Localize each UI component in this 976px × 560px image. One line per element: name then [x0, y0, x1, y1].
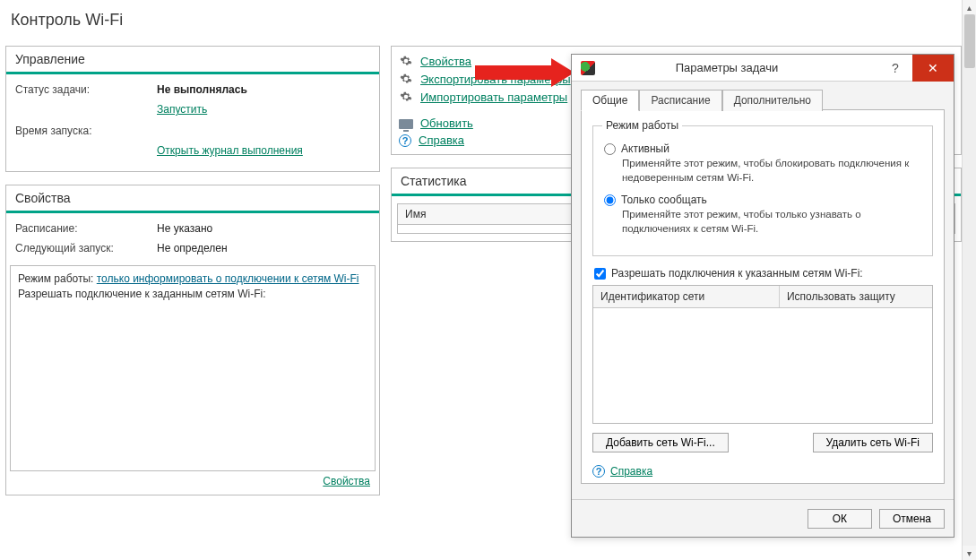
page-scrollbar[interactable]: ▴ ▾ [962, 0, 976, 560]
dialog-help-link[interactable]: Справка [610, 465, 652, 478]
allow-check-label: Разрешать подключения к указанным сетям … [611, 267, 863, 280]
radio-report-label: Только сообщать [621, 194, 707, 206]
status-label: Статус задачи: [15, 83, 157, 96]
allow-checkbox[interactable] [594, 268, 606, 280]
schedule-label: Расписание: [15, 222, 157, 235]
monitor-icon [399, 119, 413, 129]
dialog-footer: ОК Отмена [572, 499, 954, 537]
page-title: Контроль Wi-Fi [11, 11, 971, 30]
mode-prefix: Режим работы: [18, 272, 97, 285]
grid-col-ssid: Идентификатор сети [593, 286, 780, 307]
tab-general[interactable]: Общие [581, 90, 639, 111]
mode-legend: Режим работы [602, 119, 682, 132]
schedule-value: Не указано [157, 222, 212, 235]
radio-active[interactable] [604, 143, 616, 155]
action-export[interactable]: Экспортировать параметры [420, 73, 571, 86]
management-panel: Управление Статус задачи: Не выполнялась… [5, 46, 380, 172]
help-icon: ? [399, 134, 411, 147]
ok-button[interactable]: ОК [808, 509, 872, 529]
dialog-title: Параметры задачи [572, 61, 882, 74]
gear-icon [399, 72, 413, 86]
dialog-close-button[interactable]: ✕ [912, 55, 954, 82]
add-wifi-button[interactable]: Добавить сеть Wi-Fi... [592, 433, 729, 452]
properties-header: Свойства [6, 185, 379, 213]
tab-schedule[interactable]: Расписание [639, 90, 721, 111]
dialog-titlebar: Параметры задачи ? ✕ [572, 55, 954, 82]
properties-link[interactable]: Свойства [323, 475, 370, 487]
tab-advanced[interactable]: Дополнительно [722, 90, 823, 111]
status-value: Не выполнялась [157, 83, 247, 96]
delete-wifi-button[interactable]: Удалить сеть Wi-Fi [813, 433, 934, 452]
gear-icon [399, 54, 413, 68]
help-icon: ? [592, 465, 605, 478]
wifi-grid[interactable]: Идентификатор сети Использовать защиту [592, 285, 933, 424]
scroll-up-icon[interactable]: ▴ [963, 0, 976, 14]
cancel-button[interactable]: Отмена [879, 509, 945, 529]
radio-active-label: Активный [621, 142, 669, 155]
management-header: Управление [6, 47, 379, 74]
next-run-value: Не определен [157, 242, 228, 254]
mode-group: Режим работы Активный Применяйте этот ре… [592, 119, 933, 256]
task-settings-dialog: Параметры задачи ? ✕ Общие Расписание До… [571, 54, 954, 538]
action-help[interactable]: Справка [419, 134, 464, 147]
tab-pane-general: Режим работы Активный Применяйте этот ре… [581, 109, 945, 484]
grid-col-protect: Использовать защиту [780, 286, 932, 307]
start-time-label: Время запуска: [15, 125, 157, 137]
scroll-down-icon[interactable]: ▾ [963, 546, 976, 560]
action-properties[interactable]: Свойства [420, 55, 471, 68]
allow-check-row[interactable]: Разрешать подключения к указанным сетям … [594, 267, 933, 280]
action-import[interactable]: Импортировать параметры [420, 90, 567, 104]
properties-textbox: Режим работы: только информировать о под… [10, 265, 376, 471]
open-log-link[interactable]: Открыть журнал выполнения [157, 144, 303, 157]
properties-panel: Свойства Расписание: Не указано Следующи… [5, 185, 380, 495]
run-link[interactable]: Запустить [157, 103, 207, 116]
action-refresh[interactable]: Обновить [420, 116, 473, 130]
desc-active: Применяйте этот режим, чтобы блокировать… [622, 157, 923, 185]
next-run-label: Следующий запуск: [15, 242, 157, 254]
scroll-thumb[interactable] [964, 14, 975, 68]
dialog-help-button[interactable]: ? [880, 55, 911, 82]
radio-report[interactable] [604, 194, 616, 206]
radio-active-row[interactable]: Активный [604, 142, 923, 155]
radio-report-row[interactable]: Только сообщать [604, 194, 923, 206]
gear-icon [399, 90, 413, 104]
desc-report: Применяйте этот режим, чтобы только узна… [622, 208, 923, 236]
allow-line: Разрешать подключение к заданным сетям W… [18, 288, 265, 300]
mode-value-link[interactable]: только информировать о подключении к сет… [97, 272, 359, 285]
